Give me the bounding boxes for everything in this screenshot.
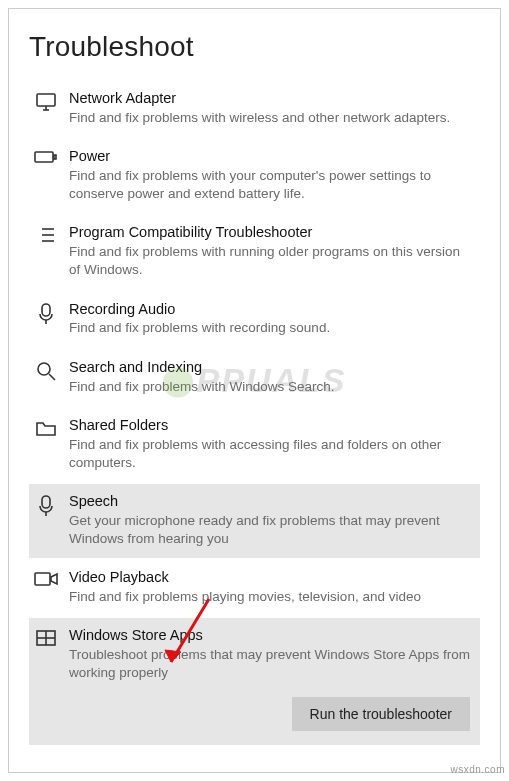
video-icon [33, 570, 59, 588]
item-title: Search and Indexing [69, 358, 474, 377]
item-description: Find and fix problems with accessing fil… [69, 436, 474, 472]
svg-line-14 [49, 374, 55, 380]
svg-rect-11 [42, 304, 50, 316]
item-title: Recording Audio [69, 300, 474, 319]
troubleshoot-item-power[interactable]: PowerFind and fix problems with your com… [29, 139, 480, 213]
troubleshoot-item-search-and-indexing[interactable]: Search and IndexingFind and fix problems… [29, 350, 480, 406]
battery-icon [33, 149, 59, 165]
item-title: Speech [69, 492, 474, 511]
item-description: Find and fix problems with recording sou… [69, 319, 474, 337]
troubleshoot-item-windows-store-apps[interactable]: Windows Store AppsTroubleshoot problems … [29, 618, 480, 744]
svg-rect-17 [35, 573, 50, 585]
troubleshoot-item-recording-audio[interactable]: Recording AudioFind and fix problems wit… [29, 292, 480, 348]
search-icon [33, 360, 59, 382]
svg-rect-0 [37, 94, 55, 106]
item-description: Find and fix problems with wireless and … [69, 109, 474, 127]
run-troubleshooter-button[interactable]: Run the troubleshooter [292, 697, 470, 731]
item-description: Find and fix problems with running older… [69, 243, 474, 279]
item-title: Power [69, 147, 474, 166]
troubleshoot-item-program-compatibility-troubleshooter[interactable]: Program Compatibility TroubleshooterFind… [29, 215, 480, 289]
list-icon [33, 225, 59, 245]
item-title: Network Adapter [69, 89, 474, 108]
mic-icon [33, 494, 59, 518]
svg-rect-15 [42, 496, 50, 508]
item-description: Troubleshoot problems that may prevent W… [69, 646, 474, 682]
page-title: Troubleshoot [29, 31, 480, 63]
troubleshoot-item-speech[interactable]: SpeechGet your microphone ready and fix … [29, 484, 480, 558]
monitor-icon [33, 91, 59, 113]
svg-rect-4 [54, 155, 56, 159]
store-icon [33, 628, 59, 648]
item-description: Get your microphone ready and fix proble… [69, 512, 474, 548]
item-description: Find and fix problems playing movies, te… [69, 588, 474, 606]
folder-icon [33, 418, 59, 438]
svg-rect-3 [35, 152, 53, 162]
site-credit: wsxdn.com [450, 764, 505, 775]
item-title: Shared Folders [69, 416, 474, 435]
svg-point-13 [38, 363, 50, 375]
item-description: Find and fix problems with Windows Searc… [69, 378, 474, 396]
svg-marker-18 [51, 574, 57, 584]
item-description: Find and fix problems with your computer… [69, 167, 474, 203]
mic-icon [33, 302, 59, 326]
troubleshoot-item-shared-folders[interactable]: Shared FoldersFind and fix problems with… [29, 408, 480, 482]
troubleshoot-item-network-adapter[interactable]: Network AdapterFind and fix problems wit… [29, 81, 480, 137]
item-title: Video Playback [69, 568, 474, 587]
troubleshoot-item-video-playback[interactable]: Video PlaybackFind and fix problems play… [29, 560, 480, 616]
item-title: Windows Store Apps [69, 626, 474, 645]
item-title: Program Compatibility Troubleshooter [69, 223, 474, 242]
